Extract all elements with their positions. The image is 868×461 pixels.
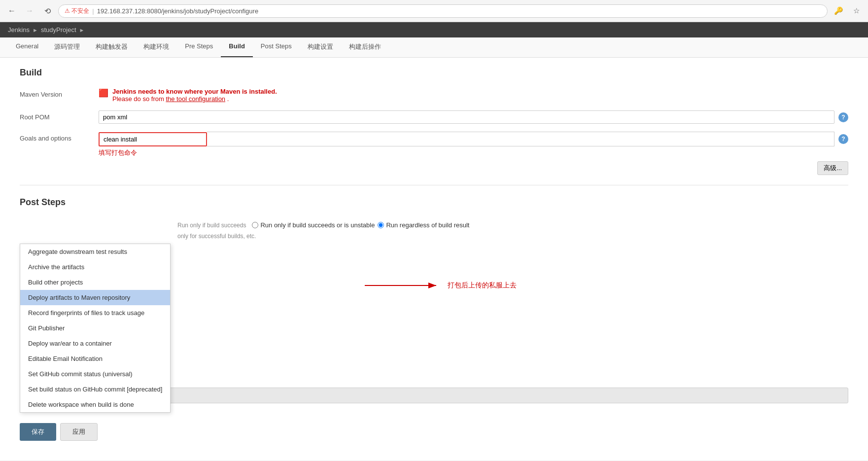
run-options-row: Run only if build succeeds Run only if b… [20, 217, 848, 233]
maven-warning-line2: Please do so from [112, 95, 166, 103]
tab-buildsettings[interactable]: 构建设置 [300, 37, 341, 57]
save-button[interactable]: 保存 [20, 423, 56, 441]
tab-build[interactable]: Build [221, 37, 253, 57]
goals-row: Goals and options ? 填写打包命令 高级... [20, 132, 848, 175]
tab-postbuild[interactable]: 构建后操作 [341, 37, 389, 57]
warning-icon: 🟥 [99, 88, 108, 98]
run-option2-label: Run only if build succeeds or is unstabl… [260, 221, 375, 229]
dropdown-item-1[interactable]: Archive the artifacts [20, 259, 170, 275]
root-pom-control: ? [99, 110, 848, 124]
run-option2-radio[interactable] [252, 222, 258, 228]
run-options-note: only for successful builds, etc. [177, 233, 848, 240]
build-section-title: Build [20, 68, 848, 78]
goals-help-icon[interactable]: ? [838, 134, 848, 144]
post-steps-section: Post Steps Run only if build succeeds Ru… [20, 197, 848, 403]
goals-input[interactable] [99, 132, 207, 146]
tab-presteps[interactable]: Pre Steps [177, 37, 221, 57]
tool-config-link[interactable]: the tool configuration [166, 95, 225, 103]
root-pom-help-icon[interactable]: ? [838, 112, 848, 122]
breadcrumb-sep1: ► [33, 27, 38, 33]
main-content: General 源码管理 构建触发器 构建环境 Pre Steps Build … [0, 37, 868, 461]
section-separator [20, 185, 848, 185]
annotation-text: 打包后上传的私服上去 [448, 281, 517, 290]
annotation-arrow [365, 278, 444, 293]
action-buttons: 保存 应用 [20, 423, 848, 451]
tab-bar: General 源码管理 构建触发器 构建环境 Pre Steps Build … [0, 37, 868, 58]
run-option3-label: Run regardless of build result [386, 221, 469, 229]
key-icon[interactable]: 🔑 [832, 4, 845, 18]
dropdown-item-10[interactable]: Delete workspace when build is done [20, 397, 170, 412]
tab-poststeps[interactable]: Post Steps [253, 37, 300, 57]
hint-text: 填写打包命令 [99, 148, 848, 157]
browser-toolbar: ← → ⟲ ⚠ 不安全 | 192.168.237.128:8080/jenki… [0, 0, 868, 22]
address-separator: | [92, 7, 94, 15]
goals-label: Goals and options [20, 132, 99, 142]
apply-button[interactable]: 应用 [60, 423, 98, 441]
refresh-button[interactable]: ⟲ [40, 4, 54, 18]
tab-general[interactable]: General [8, 37, 46, 57]
advanced-button[interactable]: 高级... [817, 161, 848, 175]
breadcrumb-jenkins[interactable]: Jenkins [8, 26, 30, 34]
breadcrumb-studyproject[interactable]: studyProject [41, 26, 76, 34]
maven-version-label: Maven Version [20, 88, 99, 98]
dropdown-item-9[interactable]: Set build status on GitHub commit [depre… [20, 382, 170, 397]
dropdown-item-7[interactable]: Editable Email Notification [20, 351, 170, 366]
security-warning: ⚠ 不安全 [65, 7, 89, 15]
annotation-area: 打包后上传的私服上去 [365, 278, 517, 293]
tab-source[interactable]: 源码管理 [46, 37, 88, 57]
dropdown-item-4[interactable]: Record fingerprints of files to track us… [20, 305, 170, 320]
address-bar[interactable]: ⚠ 不安全 | 192.168.237.128:8080/jenkins/job… [58, 4, 828, 18]
root-pom-label: Root POM [20, 110, 99, 121]
browser-chrome: ← → ⟲ ⚠ 不安全 | 192.168.237.128:8080/jenki… [0, 0, 868, 22]
post-steps-title: Post Steps [20, 197, 848, 208]
tab-triggers[interactable]: 构建触发器 [88, 37, 136, 57]
address-url: 192.168.237.128:8080/jenkins/job/studyPr… [97, 7, 258, 15]
maven-version-row: Maven Version 🟥 Jenkins needs to know wh… [20, 88, 848, 103]
dropdown-item-2[interactable]: Build other projects [20, 275, 170, 290]
breadcrumb: Jenkins ► studyProject ► [0, 22, 868, 37]
root-pom-input[interactable] [99, 110, 834, 124]
dropdown-item-6[interactable]: Deploy war/ear to a container [20, 336, 170, 351]
dropdown-item-8[interactable]: Set GitHub commit status (universal) [20, 366, 170, 382]
root-pom-row: Root POM ? [20, 110, 848, 124]
post-steps-options-area: Run only if build succeeds Run only if b… [20, 217, 848, 403]
forward-button[interactable]: → [23, 4, 36, 18]
maven-warning: 🟥 Jenkins needs to know where your Maven… [99, 88, 848, 103]
goals-control: ? 填写打包命令 高级... [99, 132, 848, 175]
star-icon[interactable]: ☆ [849, 4, 863, 18]
run-options-placeholder: Run only if build succeeds [177, 222, 246, 229]
tab-env[interactable]: 构建环境 [136, 37, 177, 57]
dropdown-menu: Aggregate downstream test results Archiv… [20, 244, 171, 413]
back-button[interactable]: ← [5, 4, 19, 18]
maven-version-control: 🟥 Jenkins needs to know where your Maven… [99, 88, 848, 103]
maven-warning-end: . [227, 95, 229, 103]
dropdown-item-5[interactable]: Git Publisher [20, 320, 170, 336]
maven-warning-line1: Jenkins needs to know where your Maven i… [112, 88, 277, 95]
dropdown-item-3[interactable]: Deploy artifacts to Maven repository [20, 290, 170, 305]
run-option3-radio[interactable] [378, 222, 384, 228]
content-area: Build Maven Version 🟥 Jenkins needs to k… [0, 58, 868, 461]
maven-warning-text: Jenkins needs to know where your Maven i… [112, 88, 277, 103]
dropdown-item-0[interactable]: Aggregate downstream test results [20, 244, 170, 259]
breadcrumb-sep2: ► [79, 27, 85, 33]
